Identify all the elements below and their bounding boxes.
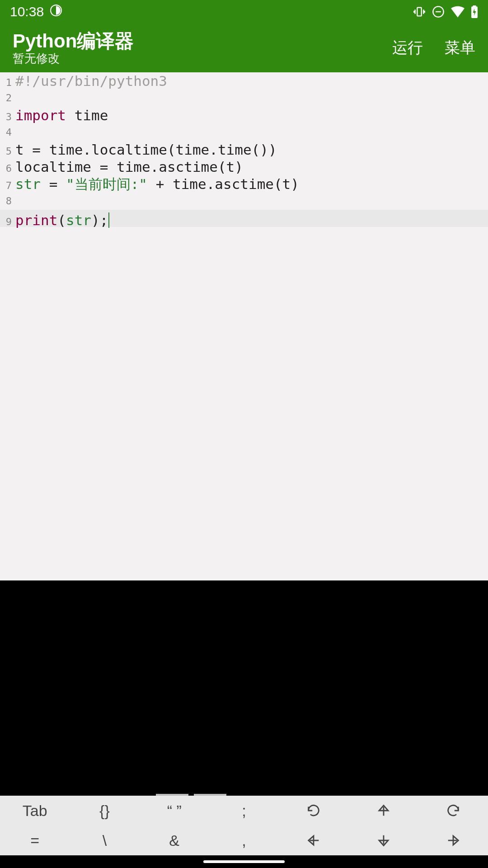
arrow-up-icon <box>376 803 391 818</box>
code-editor[interactable]: 1#!/usr/bin/python323import time45t = ti… <box>0 72 488 580</box>
battery-icon <box>471 5 478 18</box>
status-app-icon <box>50 4 62 19</box>
code-line[interactable]: 2 <box>0 90 488 107</box>
dnd-icon <box>432 5 445 18</box>
line-number: 2 <box>0 90 14 107</box>
key-right[interactable] <box>418 826 488 855</box>
status-left: 10:38 <box>10 4 62 19</box>
svg-rect-1 <box>417 8 421 16</box>
key-quotes[interactable]: “ ” <box>140 796 209 826</box>
line-number: 4 <box>0 124 14 141</box>
key-left[interactable] <box>279 826 348 855</box>
code-text[interactable]: localtime = time.asctime(t) <box>14 158 243 175</box>
code-text[interactable]: #!/usr/bin/python3 <box>14 72 167 90</box>
code-line[interactable]: 5t = time.localtime(time.time()) <box>0 141 488 158</box>
line-number: 6 <box>0 160 14 177</box>
arrow-left-icon <box>306 833 321 848</box>
nav-handle[interactable] <box>203 860 285 863</box>
menu-button[interactable]: 菜单 <box>445 38 475 58</box>
key-up[interactable] <box>348 796 418 826</box>
run-button[interactable]: 运行 <box>392 38 423 58</box>
code-text[interactable]: import time <box>14 107 108 124</box>
code-line[interactable]: 6localtime = time.asctime(t) <box>0 158 488 175</box>
key-redo[interactable] <box>418 796 488 826</box>
text-cursor <box>108 212 109 228</box>
code-line[interactable]: 3import time <box>0 107 488 124</box>
key-down[interactable] <box>348 826 418 855</box>
app-bar-actions: 运行 菜单 <box>392 38 475 58</box>
arrow-right-icon <box>446 833 461 848</box>
app-title: Python编译器 <box>13 30 134 52</box>
code-line[interactable]: 1#!/usr/bin/python3 <box>0 72 488 90</box>
svg-rect-4 <box>473 5 476 7</box>
code-line[interactable]: 9print(str); <box>0 210 488 227</box>
line-number: 9 <box>0 213 14 231</box>
app-bar-left: Python编译器 暂无修改 <box>13 30 134 66</box>
app-bar: Python编译器 暂无修改 运行 菜单 <box>0 24 488 72</box>
key-semicolon[interactable]: ; <box>209 796 279 826</box>
code-text[interactable]: t = time.localtime(time.time()) <box>14 141 277 158</box>
app-subtitle: 暂无修改 <box>13 52 134 66</box>
wifi-icon <box>451 6 465 18</box>
line-number: 8 <box>0 193 14 210</box>
key-comma[interactable]: , <box>209 826 279 855</box>
code-line[interactable]: 4 <box>0 124 488 141</box>
key-equals[interactable]: = <box>0 826 70 855</box>
key-backslash[interactable]: \ <box>70 826 139 855</box>
code-text[interactable]: print(str); <box>14 210 109 229</box>
key-ampersand[interactable]: & <box>140 826 209 855</box>
key-undo[interactable] <box>279 796 348 826</box>
key-braces[interactable]: {} <box>70 796 139 826</box>
code-text[interactable]: str = "当前时间:" + time.asctime(t) <box>14 175 299 193</box>
symbol-row: Tab{}“ ”; <box>0 796 488 826</box>
redo-icon <box>446 803 461 818</box>
line-number: 7 <box>0 177 14 194</box>
arrow-down-icon <box>376 833 391 848</box>
code-line[interactable]: 8 <box>0 193 488 210</box>
code-line[interactable]: 7str = "当前时间:" + time.asctime(t) <box>0 175 488 193</box>
status-time: 10:38 <box>10 4 44 19</box>
line-number: 1 <box>0 74 14 91</box>
undo-icon <box>306 803 321 818</box>
line-number: 5 <box>0 143 14 160</box>
key-tab[interactable]: Tab <box>0 796 70 826</box>
line-number: 3 <box>0 108 14 126</box>
status-right <box>413 5 478 18</box>
vibrate-icon <box>413 5 426 18</box>
system-nav-bar <box>0 855 488 868</box>
symbol-row: =\&, <box>0 826 488 855</box>
status-bar: 10:38 <box>0 0 488 24</box>
symbol-toolbar: Tab{}“ ”;=\&, <box>0 796 488 855</box>
